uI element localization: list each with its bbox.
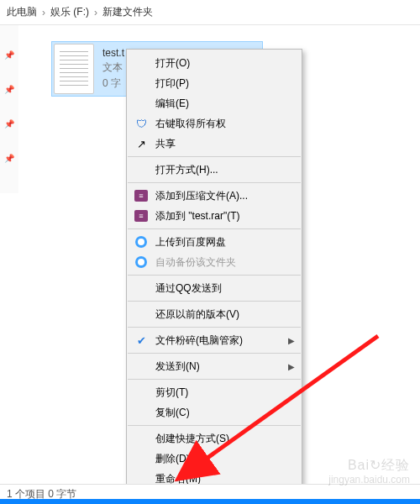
- rar-icon: ≡: [134, 208, 149, 223]
- shield-icon: 🛡: [134, 116, 149, 131]
- menu-send-to[interactable]: 发送到(N)▶: [127, 356, 302, 376]
- file-meta: test.t 文本 0 字: [102, 44, 124, 94]
- breadcrumb-part[interactable]: 娱乐 (F:): [50, 5, 89, 19]
- menu-separator: [128, 327, 301, 328]
- menu-separator: [128, 425, 301, 426]
- pin-icon[interactable]: 📌: [4, 85, 14, 94]
- context-menu: 打开(O) 打印(P) 编辑(E) 🛡右键取得所有权 ↗共享 打开方式(H)..…: [126, 49, 302, 504]
- chevron-right-icon: ▶: [288, 362, 295, 371]
- file-type: 文本: [102, 60, 124, 75]
- chevron-right-icon: ›: [94, 7, 97, 18]
- taskbar: [0, 499, 420, 504]
- watermark: Bai↻经验 jingyan.baidu.com: [328, 457, 410, 486]
- menu-separator: [128, 301, 301, 302]
- chevron-right-icon: ›: [42, 7, 45, 18]
- quick-access-strip: 📌 📌 📌 📌: [0, 25, 18, 193]
- breadcrumb-part[interactable]: 新建文件夹: [102, 5, 153, 19]
- menu-open[interactable]: 打开(O): [127, 53, 302, 73]
- guanjia-icon: ✔: [134, 333, 149, 348]
- menu-separator: [128, 182, 301, 183]
- chevron-right-icon: ▶: [288, 336, 295, 345]
- menu-share[interactable]: ↗共享: [127, 134, 302, 154]
- menu-create-shortcut[interactable]: 创建快捷方式(S): [127, 428, 302, 449]
- menu-copy[interactable]: 复制(C): [127, 402, 302, 423]
- file-size: 0 字: [102, 76, 124, 91]
- menu-separator: [128, 353, 301, 354]
- menu-baidu-upload[interactable]: 上传到百度网盘: [127, 232, 302, 252]
- baidu-cloud-icon: [134, 234, 149, 249]
- menu-cut[interactable]: 剪切(T): [127, 382, 302, 402]
- rar-icon: ≡: [134, 188, 149, 203]
- menu-delete[interactable]: 删除(D): [127, 449, 302, 469]
- menu-qq-send[interactable]: 通过QQ发送到: [127, 278, 302, 298]
- share-icon: ↗: [134, 136, 149, 151]
- file-name: test.t: [102, 47, 124, 59]
- menu-separator: [128, 379, 301, 380]
- menu-print[interactable]: 打印(P): [127, 73, 302, 93]
- breadcrumb-part[interactable]: 此电脑: [7, 5, 37, 19]
- menu-take-ownership[interactable]: 🛡右键取得所有权: [127, 113, 302, 134]
- pin-icon[interactable]: 📌: [4, 119, 14, 129]
- menu-restore-versions[interactable]: 还原以前的版本(V): [127, 304, 302, 324]
- menu-edit[interactable]: 编辑(E): [127, 93, 302, 113]
- menu-separator: [128, 156, 301, 157]
- menu-add-archive[interactable]: ≡添加到压缩文件(A)...: [127, 186, 302, 206]
- pin-icon[interactable]: 📌: [4, 50, 14, 60]
- menu-baidu-backup: 自动备份该文件夹: [127, 252, 302, 272]
- pin-icon[interactable]: 📌: [4, 154, 14, 163]
- menu-shred[interactable]: ✔文件粉碎(电脑管家)▶: [127, 330, 302, 350]
- baidu-cloud-icon: [134, 255, 149, 270]
- menu-open-with[interactable]: 打开方式(H)...: [127, 160, 302, 180]
- text-file-icon: [54, 44, 94, 94]
- menu-add-testrar[interactable]: ≡添加到 "test.rar"(T): [127, 206, 302, 226]
- menu-separator: [128, 275, 301, 276]
- menu-separator: [128, 228, 301, 229]
- breadcrumb[interactable]: 此电脑 › 娱乐 (F:) › 新建文件夹: [0, 0, 420, 25]
